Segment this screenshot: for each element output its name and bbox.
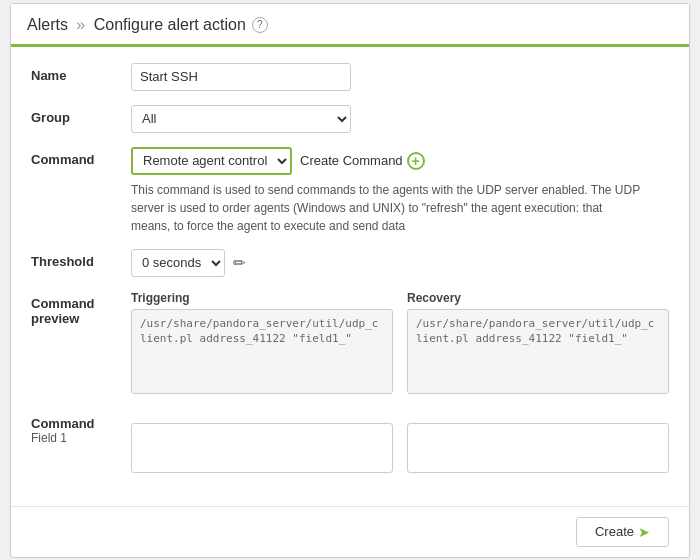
threshold-label: Threshold — [31, 249, 131, 269]
command-preview-label: Command preview — [31, 291, 131, 326]
arrow-icon: ➤ — [638, 524, 650, 540]
recovery-label: Recovery — [407, 291, 669, 305]
triggering-label: Triggering — [131, 291, 393, 305]
breadcrumb-alerts[interactable]: Alerts — [27, 16, 68, 33]
command-field-content — [131, 411, 669, 476]
triggering-preview: /usr/share/pandora_server/util/udp_clien… — [131, 309, 393, 394]
recovery-col: Recovery /usr/share/pandora_server/util/… — [407, 291, 669, 397]
command-field-row: Command Field 1 — [31, 411, 669, 476]
preview-section: Triggering /usr/share/pandora_server/uti… — [131, 291, 669, 397]
name-content — [131, 63, 669, 91]
command-field-label: Command Field 1 — [31, 411, 131, 445]
command-type-select[interactable]: Remote agent control — [131, 147, 292, 175]
create-button[interactable]: Create ➤ — [576, 517, 669, 547]
field1-recovery-col — [407, 423, 669, 476]
threshold-row: Threshold 0 seconds ✏ — [31, 249, 669, 277]
threshold-content: 0 seconds ✏ — [131, 249, 669, 277]
command-field-section — [131, 423, 669, 476]
form-body: Name Group All Command Remote agent cont… — [11, 47, 689, 506]
field1-triggering-input[interactable] — [131, 423, 393, 473]
command-label: Command — [31, 147, 131, 167]
field1-recovery-input[interactable] — [407, 423, 669, 473]
breadcrumb-separator: » — [76, 16, 85, 33]
threshold-row-inner: 0 seconds ✏ — [131, 249, 669, 277]
group-label: Group — [31, 105, 131, 125]
create-label: Create — [595, 524, 634, 539]
edit-icon[interactable]: ✏ — [233, 254, 246, 272]
field1-triggering-col — [131, 423, 393, 476]
group-select[interactable]: All — [131, 105, 351, 133]
name-label: Name — [31, 63, 131, 83]
command-preview-content: Triggering /usr/share/pandora_server/uti… — [131, 291, 669, 397]
name-row: Name — [31, 63, 669, 91]
page-header: Alerts » Configure alert action ? — [11, 4, 689, 47]
group-content: All — [131, 105, 669, 133]
footer: Create ➤ — [11, 506, 689, 557]
command-content: Remote agent control Create Command + Th… — [131, 147, 669, 235]
threshold-select[interactable]: 0 seconds — [131, 249, 225, 277]
command-type-row: Remote agent control Create Command + — [131, 147, 669, 175]
group-row: Group All — [31, 105, 669, 133]
breadcrumb-action: Configure alert action — [94, 16, 246, 33]
help-icon[interactable]: ? — [252, 17, 268, 33]
create-command-label: Create Command — [300, 153, 403, 168]
name-input[interactable] — [131, 63, 351, 91]
command-preview-row: Command preview Triggering /usr/share/pa… — [31, 291, 669, 397]
command-row: Command Remote agent control Create Comm… — [31, 147, 669, 235]
recovery-preview: /usr/share/pandora_server/util/udp_clien… — [407, 309, 669, 394]
command-description: This command is used to send commands to… — [131, 181, 641, 235]
create-command-button[interactable]: Create Command + — [300, 152, 425, 170]
page-container: Alerts » Configure alert action ? Name G… — [10, 3, 690, 558]
plus-icon: + — [407, 152, 425, 170]
breadcrumb: Alerts » Configure alert action — [27, 16, 246, 34]
triggering-col: Triggering /usr/share/pandora_server/uti… — [131, 291, 393, 397]
command-field-sub-label: Field 1 — [31, 431, 131, 445]
command-field-main-label: Command — [31, 416, 131, 431]
